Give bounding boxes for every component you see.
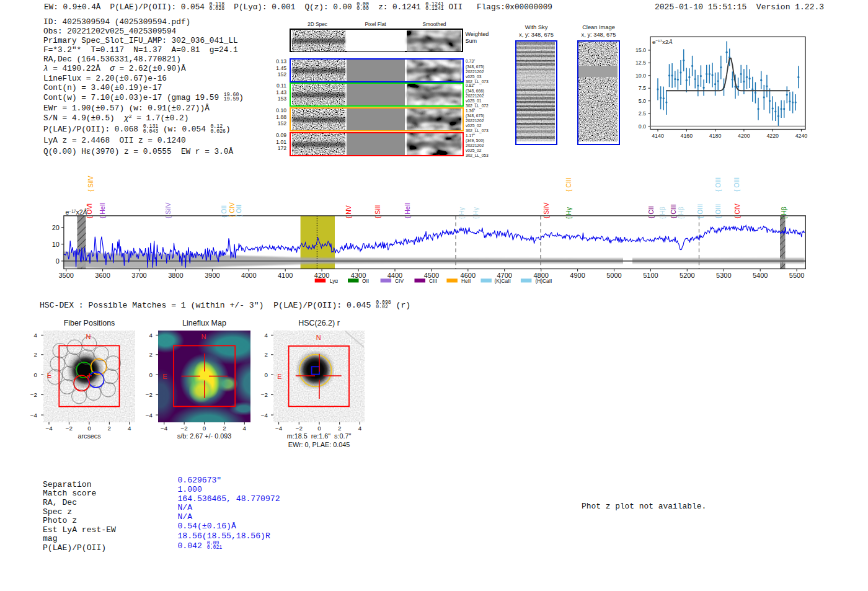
svg-text:{ CIII: { CIII [670, 204, 677, 218]
svg-text:2: 2 [34, 351, 37, 358]
svg-text:3700: 3700 [131, 272, 146, 279]
svg-text:{ OII: { OII [236, 205, 242, 217]
svg-text:4100: 4100 [278, 272, 293, 279]
svg-text:5200: 5200 [680, 272, 694, 279]
svg-text:0: 0 [149, 371, 153, 378]
svg-text:10.0: 10.0 [636, 73, 646, 79]
svg-text:4: 4 [265, 332, 268, 339]
svg-text:CIII: CIII [429, 278, 437, 284]
svg-text:e−17x2Å: e−17x2Å [66, 208, 87, 216]
svg-text:−4: −4 [146, 412, 153, 419]
svg-text:4240: 4240 [795, 133, 808, 139]
svg-text:−2: −2 [181, 425, 188, 432]
svg-text:2: 2 [149, 351, 153, 358]
svg-text:{ SiII: { SiII [374, 205, 381, 218]
svg-text:−2: −2 [30, 391, 37, 398]
svg-text:{ OIII: { OIII [715, 177, 722, 192]
svg-text:0.0: 0.0 [639, 123, 646, 130]
svg-text:(H)CaII: (H)CaII [535, 278, 552, 284]
svg-text:4: 4 [358, 425, 362, 432]
svg-text:{ Hβ: { Hβ [781, 207, 787, 219]
svg-text:4: 4 [243, 425, 247, 432]
svg-text:{ CIII: { CIII [565, 177, 572, 192]
svg-text:E: E [162, 373, 167, 380]
svg-text:4: 4 [149, 332, 153, 339]
svg-text:4220: 4220 [766, 133, 779, 139]
svg-text:{ Hγ: { Hγ [472, 207, 479, 219]
svg-text:3600: 3600 [95, 272, 110, 279]
svg-text:5300: 5300 [716, 272, 731, 279]
svg-text:N: N [86, 333, 91, 340]
svg-text:{ OIII: { OIII [733, 177, 740, 192]
svg-text:−2: −2 [296, 425, 303, 432]
svg-text:7.5: 7.5 [639, 85, 646, 91]
svg-text:10: 10 [52, 241, 60, 248]
svg-text:−4: −4 [30, 412, 38, 419]
svg-text:−2: −2 [146, 391, 153, 398]
svg-text:2: 2 [223, 425, 226, 432]
svg-text:{ NV: { NV [345, 205, 352, 218]
svg-text:N: N [202, 333, 206, 340]
svg-text:20: 20 [52, 224, 60, 231]
svg-text:4: 4 [34, 332, 38, 339]
svg-text:5400: 5400 [753, 272, 768, 279]
svg-text:12.5: 12.5 [636, 60, 646, 66]
svg-text:5000: 5000 [606, 272, 621, 279]
svg-text:3800: 3800 [168, 272, 183, 279]
svg-text:0: 0 [34, 371, 38, 378]
svg-text:{ OII: { OII [221, 205, 228, 218]
svg-text:2: 2 [338, 425, 341, 432]
svg-text:0: 0 [265, 371, 268, 378]
svg-text:e−17x2Å: e−17x2Å [652, 38, 673, 46]
svg-text:3500: 3500 [58, 272, 73, 279]
svg-text:−4: −4 [275, 425, 283, 432]
svg-text:15.0: 15.0 [636, 47, 646, 53]
svg-text:{ Hγ: { Hγ [458, 207, 465, 219]
svg-text:−2: −2 [66, 425, 73, 432]
svg-text:3900: 3900 [205, 272, 219, 279]
svg-text:N: N [316, 334, 321, 341]
svg-text:0: 0 [317, 425, 321, 432]
svg-text:{ SiIV: { SiIV [165, 203, 172, 218]
svg-text:4180: 4180 [709, 133, 722, 139]
svg-text:4200: 4200 [314, 272, 329, 279]
svg-text:−4: −4 [45, 425, 53, 432]
svg-text:OII: OII [362, 278, 369, 284]
svg-text:{ SiIV: { SiIV [543, 203, 550, 218]
svg-text:−2: −2 [261, 391, 268, 398]
svg-text:2: 2 [265, 351, 268, 358]
svg-text:4: 4 [128, 425, 131, 432]
svg-text:{ SiIV: { SiIV [87, 176, 94, 192]
svg-text:0: 0 [203, 425, 206, 432]
svg-text:5500: 5500 [789, 272, 804, 279]
svg-text:5100: 5100 [643, 272, 658, 279]
svg-text:{ HeII: { HeII [404, 203, 411, 218]
svg-text:4140: 4140 [652, 133, 664, 139]
svg-text:−4: −4 [261, 412, 268, 419]
svg-text:4900: 4900 [570, 272, 585, 279]
svg-text:{ Hγ: { Hγ [565, 207, 572, 219]
svg-text:4200: 4200 [738, 133, 750, 139]
svg-text:Lyα: Lyα [330, 278, 339, 284]
svg-text:{ HeII: { HeII [99, 203, 106, 218]
svg-text:{ CIV: { CIV [734, 203, 741, 218]
svg-text:0: 0 [56, 257, 60, 265]
svg-text:CIV: CIV [395, 278, 404, 284]
svg-text:2.5: 2.5 [639, 110, 646, 117]
svg-text:{ OVI: { OVI [86, 203, 93, 218]
svg-text:{ CIV: { CIV [229, 202, 236, 217]
svg-text:2: 2 [108, 425, 111, 432]
svg-text:{ OIII: { OIII [697, 204, 704, 218]
svg-text:E: E [277, 373, 281, 380]
svg-text:(K)CaII: (K)CaII [494, 278, 511, 284]
svg-text:−4: −4 [161, 425, 168, 432]
svg-text:0: 0 [87, 425, 91, 432]
svg-text:{ CII: { CII [648, 206, 655, 218]
svg-text:E: E [47, 371, 51, 379]
svg-text:{ Hβ: { Hβ [678, 207, 684, 219]
svg-text:4000: 4000 [241, 272, 256, 279]
svg-text:{ OIII: { OIII [715, 204, 722, 218]
svg-text:4160: 4160 [681, 133, 693, 139]
svg-text:HeII: HeII [461, 278, 471, 284]
svg-text:{ Hβ: { Hβ [659, 207, 666, 219]
